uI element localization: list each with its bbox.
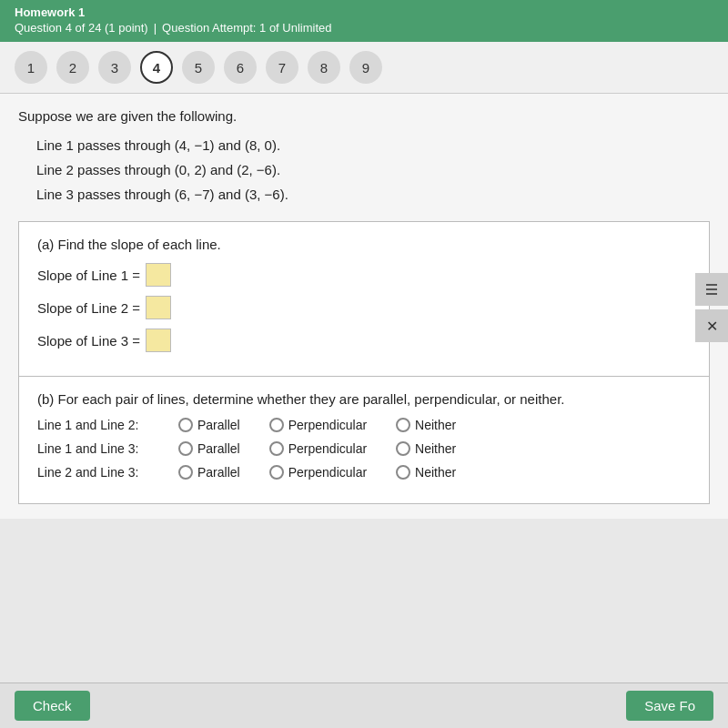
nav-5[interactable]: 5 (182, 51, 215, 84)
slope2-input[interactable] (146, 296, 171, 319)
svg-rect-2 (706, 293, 717, 295)
nav-3[interactable]: 3 (98, 51, 131, 84)
pair1-parallel-radio[interactable] (178, 418, 193, 432)
nav-2[interactable]: 2 (56, 51, 89, 84)
pair3-perpendicular-radio[interactable] (269, 465, 284, 480)
pair3-neither-label: Neither (415, 465, 456, 480)
attempt-info: Question Attempt: 1 of Unlimited (162, 21, 331, 35)
pair2-label: Line 1 and Line 3: (37, 441, 178, 456)
fraction-svg (703, 280, 721, 298)
check-button[interactable]: Check (15, 691, 90, 721)
line3-description: Line 3 passes through (6, −7) and (3, −6… (36, 182, 710, 207)
pair1-parallel[interactable]: Parallel (178, 418, 240, 432)
svg-rect-0 (706, 284, 717, 286)
pair1-perpendicular[interactable]: Perpendicular (269, 418, 367, 432)
pair1-neither[interactable]: Neither (396, 418, 456, 432)
right-panel: ✕ (695, 273, 728, 342)
nav-8[interactable]: 8 (308, 51, 340, 84)
nav-1[interactable]: 1 (15, 51, 47, 84)
pair3-neither-radio[interactable] (396, 465, 410, 480)
close-icon[interactable]: ✕ (695, 309, 728, 342)
pair1-perpendicular-label: Perpendicular (288, 418, 367, 432)
part-b-box: (b) For each pair of lines, determine wh… (18, 377, 710, 504)
line2-description: Line 2 passes through (0, 2) and (2, −6)… (36, 157, 710, 182)
svg-rect-1 (706, 288, 717, 290)
pair3-label: Line 2 and Line 3: (37, 465, 178, 480)
pair3-options: Parallel Perpendicular Neither (178, 465, 456, 480)
pair2-neither-radio[interactable] (396, 441, 410, 456)
pair3-parallel-radio[interactable] (178, 465, 193, 480)
pair2-row: Line 1 and Line 3: Parallel Perpendicula… (37, 441, 691, 456)
slope3-input[interactable] (146, 329, 171, 352)
pair1-neither-radio[interactable] (396, 418, 410, 432)
nav-6[interactable]: 6 (224, 51, 257, 84)
pair1-parallel-label: Parallel (197, 418, 240, 432)
pair3-parallel-label: Parallel (197, 465, 240, 480)
premise-intro: Suppose we are given the following. (18, 108, 710, 124)
pair1-options: Parallel Perpendicular Neither (178, 418, 456, 432)
nav-9[interactable]: 9 (349, 51, 382, 84)
question-info: Question 4 of 24 (1 point) | Question At… (15, 21, 713, 35)
question-nav: 1 2 3 4 5 6 7 8 9 (0, 42, 728, 94)
pair3-perpendicular-label: Perpendicular (288, 465, 367, 480)
save-button[interactable]: Save Fo (626, 691, 713, 721)
slope1-input[interactable] (146, 263, 171, 287)
pair2-options: Parallel Perpendicular Neither (178, 441, 456, 456)
pair2-parallel-radio[interactable] (178, 441, 193, 456)
main-content: Suppose we are given the following. Line… (0, 94, 728, 519)
pair3-row: Line 2 and Line 3: Parallel Perpendicula… (37, 465, 691, 480)
slope1-label: Slope of Line 1 = (37, 268, 140, 283)
bottom-bar: Check Save Fo (0, 682, 728, 728)
part-a-box: (a) Find the slope of each line. Slope o… (18, 221, 710, 377)
slope1-row: Slope of Line 1 = (37, 263, 691, 287)
pair2-parallel[interactable]: Parallel (178, 441, 240, 456)
pair2-parallel-label: Parallel (197, 441, 240, 456)
pair2-perpendicular-label: Perpendicular (288, 441, 367, 456)
fraction-icon[interactable] (695, 273, 728, 306)
pair2-neither-label: Neither (415, 441, 456, 456)
homework-title: Homework 1 (15, 5, 713, 19)
slope2-row: Slope of Line 2 = (37, 296, 691, 319)
slope3-label: Slope of Line 3 = (37, 333, 140, 349)
slope2-label: Slope of Line 2 = (37, 300, 140, 316)
pair3-neither[interactable]: Neither (396, 465, 456, 480)
pair2-perpendicular[interactable]: Perpendicular (269, 441, 367, 456)
pair1-perpendicular-radio[interactable] (269, 418, 284, 432)
pair3-perpendicular[interactable]: Perpendicular (269, 465, 367, 480)
pair3-parallel[interactable]: Parallel (178, 465, 240, 480)
line1-description: Line 1 passes through (4, −1) and (8, 0)… (36, 133, 710, 157)
part-b-label: (b) For each pair of lines, determine wh… (37, 391, 691, 407)
slope3-row: Slope of Line 3 = (37, 329, 691, 352)
pair1-row: Line 1 and Line 2: Parallel Perpendicula… (37, 418, 691, 432)
pair2-neither[interactable]: Neither (396, 441, 456, 456)
pair2-perpendicular-radio[interactable] (269, 441, 284, 456)
nav-7[interactable]: 7 (266, 51, 298, 84)
question-number: Question 4 of 24 (1 point) (15, 21, 148, 35)
pair1-label: Line 1 and Line 2: (37, 418, 178, 432)
line-descriptions: Line 1 passes through (4, −1) and (8, 0)… (36, 133, 710, 207)
header: Homework 1 Question 4 of 24 (1 point) | … (0, 0, 728, 42)
pair1-neither-label: Neither (415, 418, 456, 432)
part-a-label: (a) Find the slope of each line. (37, 237, 691, 252)
nav-4[interactable]: 4 (140, 51, 173, 84)
divider: | (154, 21, 157, 35)
